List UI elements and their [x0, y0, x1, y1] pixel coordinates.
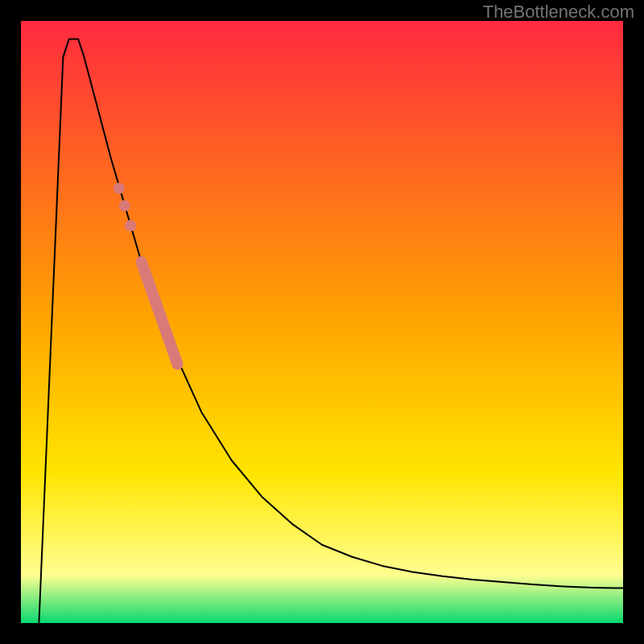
plot-area [10, 10, 634, 634]
series-highlight-dots-pt1 [119, 200, 130, 212]
gradient-background [21, 21, 623, 623]
series-highlight-dots-pt0 [125, 220, 136, 231]
bottleneck-chart: TheBottleneck.com [0, 0, 644, 644]
watermark-text: TheBottleneck.com [483, 2, 634, 23]
chart-svg [0, 0, 644, 644]
series-highlight-dots-pt2 [114, 183, 125, 194]
